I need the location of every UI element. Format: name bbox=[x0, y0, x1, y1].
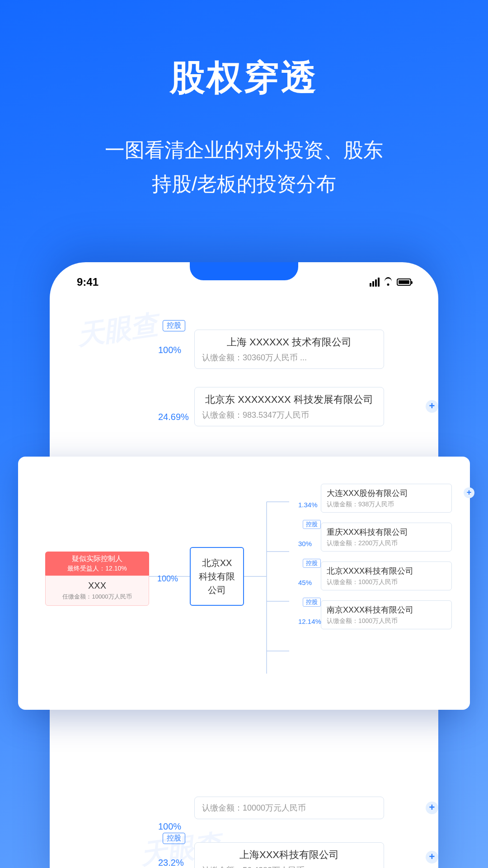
expand-button[interactable]: + bbox=[426, 851, 438, 863]
equity-node[interactable]: 控股上海XXX科技有限公司认缴金额：56.4383万人民币23.2%+ bbox=[194, 833, 420, 868]
holding-tag: 控股 bbox=[163, 320, 185, 331]
company-name: 北京东 XXXXXXXX 科技发展有限公司 bbox=[202, 393, 376, 407]
signal-icon bbox=[370, 278, 380, 287]
controller-badge: 疑似实际控制人 最终受益人：12.10% bbox=[45, 552, 149, 576]
share-percentage: 1.34% bbox=[298, 501, 318, 509]
subscribed-amount: 认缴金额：983.5347万人民币 bbox=[202, 410, 376, 420]
center-company-node[interactable]: 北京XX 科技有限 公司 bbox=[190, 547, 244, 606]
share-percentage: 23.2% bbox=[158, 858, 184, 868]
equity-diagram-bottom: 认缴金额：10000万元人民币100%+控股上海XXX科技有限公司认缴金额：56… bbox=[50, 797, 438, 868]
company-name: 大连XXX股份有限公司 bbox=[327, 488, 446, 499]
status-indicators bbox=[370, 278, 411, 287]
company-name: 上海XXX科技有限公司 bbox=[202, 848, 376, 862]
company-name: 南京XXXX科技有限公司 bbox=[327, 604, 446, 615]
hero-section: 股权穿透 一图看清企业的对外投资、股东 持股/老板的投资分布 bbox=[0, 0, 488, 201]
subscribed-amount: 认缴金额：938万人民币 bbox=[327, 500, 446, 509]
expand-button[interactable]: + bbox=[464, 487, 474, 498]
hero-title: 股权穿透 bbox=[0, 54, 488, 102]
holding-tag: 控股 bbox=[163, 833, 185, 844]
root-name: XXX bbox=[48, 580, 146, 591]
subscribed-amount: 认缴金额：10000万元人民币 bbox=[202, 802, 376, 813]
phone-notch bbox=[190, 262, 298, 280]
expand-button[interactable]: + bbox=[426, 802, 438, 814]
wifi-icon bbox=[383, 278, 393, 286]
hero-subtitle: 一图看清企业的对外投资、股东 持股/老板的投资分布 bbox=[0, 133, 488, 201]
equity-overlay-card: 疑似实际控制人 最终受益人：12.10% XXX 任缴金额：10000万人民币 … bbox=[18, 457, 470, 710]
subscribed-amount: 认缴金额：1000万人民币 bbox=[327, 578, 446, 586]
child-company-node[interactable]: 1.34%大连XXX股份有限公司认缴金额：938万人民币+ bbox=[289, 484, 470, 513]
share-percentage: 100% bbox=[158, 821, 181, 832]
share-percentage: 12.14% bbox=[298, 618, 321, 625]
expand-button[interactable]: + bbox=[426, 400, 438, 413]
subscribed-amount: 认缴金额：56.4383万人民币 bbox=[202, 865, 376, 868]
status-time: 9:41 bbox=[77, 276, 99, 288]
holding-tag: 控股 bbox=[303, 520, 321, 529]
subscribed-amount: 认缴金额：2200万人民币 bbox=[327, 539, 446, 547]
root-percentage: 100% bbox=[157, 574, 178, 584]
share-percentage: 24.69% bbox=[158, 412, 189, 422]
company-name: 北京XXXX科技有限公司 bbox=[327, 566, 446, 576]
share-percentage: 30% bbox=[298, 540, 312, 547]
share-percentage: 45% bbox=[298, 579, 312, 586]
equity-node[interactable]: 控股上海 XXXXXX 技术有限公司认缴金额：30360万人民币 ...100% bbox=[194, 320, 420, 369]
child-company-node[interactable]: 控股45%北京XXXX科技有限公司认缴金额：1000万人民币 bbox=[289, 561, 470, 590]
child-company-node[interactable]: 控股30%重庆XXX科技有限公司认缴金额：2200万人民币 bbox=[289, 523, 470, 552]
subscribed-amount: 认缴金额：30360万人民币 ... bbox=[202, 352, 376, 363]
subscribed-amount: 认缴金额：1000万人民币 bbox=[327, 617, 446, 625]
battery-icon bbox=[397, 278, 411, 286]
company-name: 重庆XXX科技有限公司 bbox=[327, 527, 446, 538]
equity-node[interactable]: 认缴金额：10000万元人民币100%+ bbox=[194, 797, 420, 819]
share-percentage: 100% bbox=[158, 345, 181, 355]
root-amount: 任缴金额：10000万人民币 bbox=[48, 593, 146, 601]
equity-diagram-background: 控股上海 XXXXXX 技术有限公司认缴金额：30360万人民币 ...100%… bbox=[50, 293, 438, 426]
holding-tag: 控股 bbox=[303, 598, 321, 607]
company-name: 上海 XXXXXX 技术有限公司 bbox=[202, 335, 376, 349]
child-company-node[interactable]: 控股12.14%南京XXXX科技有限公司认缴金额：1000万人民币 bbox=[289, 600, 470, 629]
holding-tag: 控股 bbox=[303, 559, 321, 568]
root-entity-node[interactable]: 疑似实际控制人 最终受益人：12.10% XXX 任缴金额：10000万人民币 bbox=[45, 552, 149, 606]
equity-node[interactable]: 北京东 XXXXXXXX 科技发展有限公司认缴金额：983.5347万人民币24… bbox=[194, 387, 420, 426]
